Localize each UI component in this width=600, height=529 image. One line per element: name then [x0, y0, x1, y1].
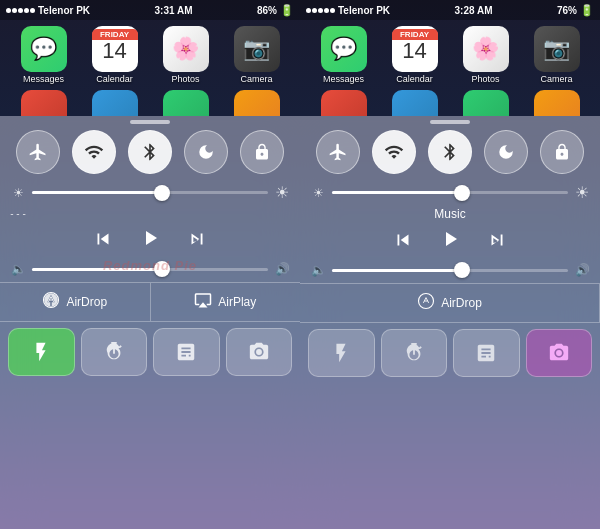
left-volume-thumb[interactable]: [154, 261, 170, 277]
r-photos-label: Photos: [471, 74, 499, 84]
app-photos-right[interactable]: 🌸 Photos: [463, 26, 509, 84]
left-calc-btn[interactable]: [153, 328, 220, 376]
left-forward-btn[interactable]: [186, 228, 208, 255]
app-messages-left[interactable]: 💬 Messages: [21, 26, 67, 84]
volume-high-icon-right: 🔊: [574, 263, 590, 277]
airplane-toggle-right[interactable]: [316, 130, 360, 174]
r-photos-icon: 🌸: [463, 26, 509, 72]
left-airdrop-btn[interactable]: AirDrop: [0, 283, 151, 321]
r-messages-label: Messages: [323, 74, 364, 84]
volume-high-icon-left: 🔊: [274, 262, 290, 276]
r-calendar-icon: Friday 14: [392, 26, 438, 72]
right-signal-dots: [306, 8, 335, 13]
left-control-center: ☀ ☀ - - - 🔈: [0, 116, 300, 529]
lock-toggle-right[interactable]: [540, 130, 584, 174]
right-rewind-btn[interactable]: [392, 229, 414, 256]
audio-icon-left: - - -: [10, 208, 26, 219]
rdot4: [324, 8, 329, 13]
left-carrier: Telenor PK: [38, 5, 90, 16]
right-music-label: Music: [300, 205, 600, 223]
right-status-bar: Telenor PK 3:28 AM 76% 🔋: [300, 0, 600, 20]
rdot3: [318, 8, 323, 13]
left-brightness-track[interactable]: [32, 191, 268, 194]
wifi-toggle-right[interactable]: [372, 130, 416, 174]
right-panel: Telenor PK 3:28 AM 76% 🔋 💬 Messages Frid…: [300, 0, 600, 529]
airplane-toggle-left[interactable]: [16, 130, 60, 174]
left-airplay-btn[interactable]: AirPlay: [151, 283, 301, 321]
right-app-small-4[interactable]: [534, 90, 580, 116]
airdrop-icon-right: [417, 292, 435, 314]
right-carrier: Telenor PK: [338, 5, 390, 16]
left-brightness-thumb[interactable]: [154, 185, 170, 201]
right-app-small-1[interactable]: [321, 90, 367, 116]
right-flashlight-btn[interactable]: [308, 329, 375, 377]
left-play-btn[interactable]: [138, 226, 162, 256]
right-app-small-3[interactable]: [463, 90, 509, 116]
r-camera-label: Camera: [540, 74, 572, 84]
r-messages-icon: 💬: [321, 26, 367, 72]
wifi-toggle-left[interactable]: [72, 130, 116, 174]
right-airdrop-row: AirDrop: [300, 283, 600, 323]
left-app-small-1[interactable]: [21, 90, 67, 116]
rdot1: [306, 8, 311, 13]
left-apps-row2: [0, 88, 300, 116]
app-calendar-right[interactable]: Friday 14 Calendar: [392, 26, 438, 84]
right-forward-btn[interactable]: [486, 229, 508, 256]
dot4: [24, 8, 29, 13]
brightness-low-icon-right: ☀: [310, 186, 326, 200]
brightness-high-icon-left: ☀: [274, 183, 290, 202]
left-time: 3:31 AM: [155, 5, 193, 16]
left-volume-track[interactable]: [32, 268, 268, 271]
messages-label: Messages: [23, 74, 64, 84]
volume-low-icon-left: 🔈: [10, 262, 26, 276]
right-brightness-track[interactable]: [332, 191, 568, 194]
right-volume-thumb[interactable]: [454, 262, 470, 278]
right-app-small-2[interactable]: [392, 90, 438, 116]
app-camera-right[interactable]: 📷 Camera: [534, 26, 580, 84]
left-flashlight-btn[interactable]: [8, 328, 75, 376]
camera-icon: 📷: [234, 26, 280, 72]
app-messages-right[interactable]: 💬 Messages: [321, 26, 367, 84]
left-app-small-3[interactable]: [163, 90, 209, 116]
moon-toggle-right[interactable]: [484, 130, 528, 174]
right-volume-track[interactable]: [332, 269, 568, 272]
left-brightness-fill: [32, 191, 162, 194]
right-play-btn[interactable]: [438, 227, 462, 257]
app-camera-left[interactable]: 📷 Camera: [234, 26, 280, 84]
left-audio-row: - - -: [0, 205, 300, 222]
rdot5: [330, 8, 335, 13]
right-airdrop-btn[interactable]: AirDrop: [300, 284, 600, 322]
left-battery-pct: 86%: [257, 5, 277, 16]
left-volume-row: 🔈 🔊: [0, 260, 300, 278]
right-status-right: 76% 🔋: [557, 4, 594, 17]
photos-icon: 🌸: [163, 26, 209, 72]
lock-toggle-left[interactable]: [240, 130, 284, 174]
right-calc-btn[interactable]: [453, 329, 520, 377]
left-rewind-btn[interactable]: [92, 228, 114, 255]
right-status-left: Telenor PK: [306, 5, 390, 16]
right-volume-row: 🔈 🔊: [300, 261, 600, 279]
left-status-bar: Telenor PK 3:31 AM 86% 🔋: [0, 0, 300, 20]
dot5: [30, 8, 35, 13]
left-camera-util-btn[interactable]: [226, 328, 293, 376]
moon-toggle-left[interactable]: [184, 130, 228, 174]
right-timer-btn[interactable]: [381, 329, 448, 377]
left-app-small-2[interactable]: [92, 90, 138, 116]
left-airdrop-row: AirDrop AirPlay: [0, 282, 300, 322]
bluetooth-toggle-left[interactable]: [128, 130, 172, 174]
app-photos-left[interactable]: 🌸 Photos: [163, 26, 209, 84]
app-calendar-left[interactable]: Friday 14 Calendar: [92, 26, 138, 84]
right-brightness-thumb[interactable]: [454, 185, 470, 201]
bluetooth-toggle-right[interactable]: [428, 130, 472, 174]
photos-label: Photos: [171, 74, 199, 84]
airdrop-icon-left: [42, 291, 60, 313]
volume-low-icon-right: 🔈: [310, 263, 326, 277]
right-brightness-row: ☀ ☀: [300, 180, 600, 205]
right-toggle-row: [300, 126, 600, 180]
left-volume-fill: [32, 268, 162, 271]
left-app-small-4[interactable]: [234, 90, 280, 116]
left-timer-btn[interactable]: [81, 328, 148, 376]
right-control-center: ☀ ☀ Music 🔈: [300, 116, 600, 529]
dot3: [18, 8, 23, 13]
right-camera-util-btn[interactable]: [526, 329, 593, 377]
